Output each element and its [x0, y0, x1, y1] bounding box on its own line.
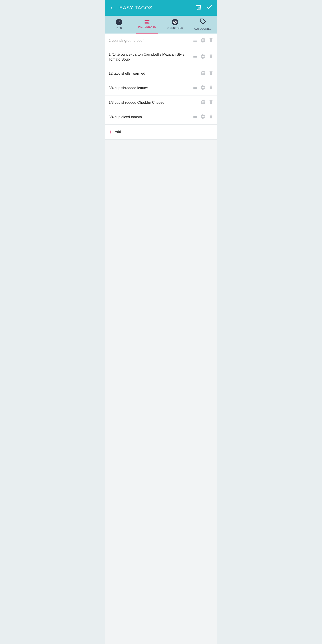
drag-handle-icon[interactable] — [193, 87, 197, 89]
delete-button[interactable] — [196, 4, 202, 12]
delete-icon[interactable] — [209, 38, 213, 44]
settings-icon[interactable] — [200, 38, 205, 44]
row-actions — [193, 38, 213, 44]
table-row: 12 taco shells, warmed — [105, 66, 217, 81]
ingredients-list: 2 pounds ground beef 1 (14.5 — [105, 34, 217, 124]
compass-icon — [172, 19, 178, 25]
add-label: Add — [115, 130, 121, 134]
settings-icon[interactable] — [200, 70, 205, 77]
settings-icon[interactable] — [200, 114, 205, 120]
delete-icon[interactable] — [209, 85, 213, 91]
drag-handle-icon[interactable] — [193, 56, 197, 58]
tab-ingredients-label: INGREDIENTS — [138, 26, 156, 28]
tab-directions[interactable]: DIRECTIONS — [161, 16, 189, 34]
tab-categories-label: CATEGORIES — [194, 28, 212, 30]
ingredient-text: 1/3 cup shredded Cheddar Cheese — [109, 100, 191, 105]
drag-handle-icon[interactable] — [193, 102, 197, 103]
ingredients-list-icon — [145, 20, 149, 24]
tab-categories[interactable]: CATEGORIES — [189, 16, 217, 34]
table-row: 3/4 cup shredded lettuce — [105, 81, 217, 96]
svg-marker-1 — [174, 22, 176, 23]
table-row: 1/3 cup shredded Cheddar Cheese — [105, 96, 217, 110]
app-header: ← EASY TACOS — [105, 0, 217, 16]
delete-icon[interactable] — [209, 100, 213, 106]
row-actions — [193, 54, 213, 60]
back-button[interactable]: ← — [110, 5, 116, 11]
row-actions — [193, 114, 213, 120]
row-actions — [193, 70, 213, 77]
table-row: 3/4 cup diced tomato — [105, 110, 217, 124]
settings-icon[interactable] — [200, 85, 205, 91]
delete-icon[interactable] — [209, 54, 213, 60]
table-row: 1 (14.5 ounce) carton Campbell's Mexican… — [105, 48, 217, 66]
add-ingredient-button[interactable]: + Add — [105, 124, 217, 140]
drag-handle-icon[interactable] — [193, 73, 197, 74]
confirm-button[interactable] — [206, 4, 213, 12]
row-actions — [193, 100, 213, 106]
delete-icon[interactable] — [209, 70, 213, 77]
header-left: ← EASY TACOS — [110, 5, 153, 11]
drag-handle-icon[interactable] — [193, 40, 197, 42]
ingredient-text: 2 pounds ground beef — [109, 38, 191, 43]
tag-icon — [200, 18, 206, 26]
tab-info-label: INFO — [116, 26, 122, 29]
tab-directions-label: DIRECTIONS — [167, 26, 183, 29]
row-actions — [193, 85, 213, 91]
header-right — [196, 4, 213, 12]
settings-icon[interactable] — [200, 100, 205, 106]
page-title: EASY TACOS — [120, 5, 153, 11]
tab-info[interactable]: i INFO — [105, 16, 133, 34]
tab-bar: i INFO INGREDIENTS DIRECTIONS CATEGORIE — [105, 16, 217, 34]
ingredient-text: 3/4 cup diced tomato — [109, 115, 191, 120]
info-icon: i — [116, 19, 122, 25]
tab-ingredients[interactable]: INGREDIENTS — [133, 16, 161, 34]
add-icon: + — [109, 129, 112, 135]
svg-point-0 — [173, 20, 176, 24]
ingredient-text: 1 (14.5 ounce) carton Campbell's Mexican… — [109, 52, 191, 62]
delete-icon[interactable] — [209, 114, 213, 120]
ingredient-text: 12 taco shells, warmed — [109, 71, 191, 76]
ingredient-text: 3/4 cup shredded lettuce — [109, 86, 191, 90]
settings-icon[interactable] — [200, 54, 205, 60]
ingredients-content: 2 pounds ground beef 1 (14.5 — [105, 34, 217, 644]
table-row: 2 pounds ground beef — [105, 34, 217, 48]
drag-handle-icon[interactable] — [193, 116, 197, 118]
